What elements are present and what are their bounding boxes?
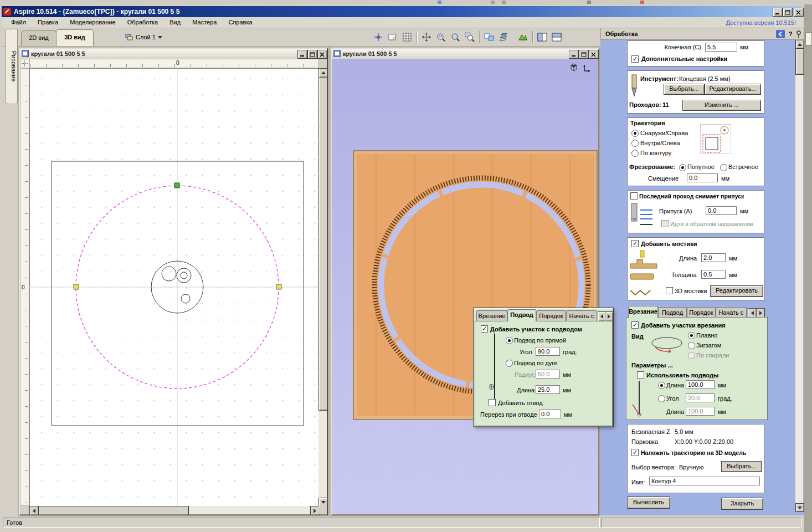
guides-icon[interactable] xyxy=(386,30,400,44)
update-version-link[interactable]: Доступна версия 10.515! xyxy=(726,19,796,26)
ramp-spiral-radio[interactable] xyxy=(688,352,695,359)
scroll-up-button[interactable] xyxy=(795,40,804,49)
window-2d-maximize-button[interactable] xyxy=(307,50,317,59)
scroll-down-button[interactable] xyxy=(795,503,804,512)
use-leads-checkbox[interactable] xyxy=(637,371,644,378)
bridge-thickness-input[interactable] xyxy=(701,270,726,279)
panel-scrollbar[interactable] xyxy=(795,40,803,511)
app-close-button[interactable] xyxy=(794,8,804,17)
trajectory-outside-radio[interactable] xyxy=(631,130,639,137)
menu-gadgets[interactable]: Мастера xyxy=(187,17,222,27)
close-panel-button[interactable]: Закрыть xyxy=(721,498,763,510)
tile-horizontal-icon[interactable] xyxy=(535,30,549,44)
lead-arc-radio[interactable] xyxy=(506,360,513,367)
ramp-add-checkbox[interactable] xyxy=(631,321,639,329)
tab-2d-view[interactable]: 2D вид xyxy=(21,30,56,46)
help-icon[interactable]: ? xyxy=(787,28,794,39)
trajectory-on-radio[interactable] xyxy=(631,150,639,157)
bridges-checkbox[interactable] xyxy=(631,240,639,247)
menu-help[interactable]: Справка xyxy=(223,17,257,27)
menu-modeling[interactable]: Моделирование xyxy=(65,17,120,27)
trajectory-inside-radio[interactable] xyxy=(631,140,639,147)
lastpass-checkbox[interactable] xyxy=(630,192,638,200)
lead-length-radio[interactable] xyxy=(658,382,665,389)
snap-icon[interactable] xyxy=(371,30,386,44)
lead-out-checkbox[interactable] xyxy=(489,399,496,406)
panel-tab-start[interactable]: Начать с xyxy=(716,307,747,318)
panel-tab-lead[interactable]: Подвод xyxy=(658,307,687,318)
layer-combo[interactable]: Слой 1 xyxy=(125,31,176,43)
panel-tab-order[interactable]: Порядок xyxy=(687,307,716,318)
window-2d-titlebar[interactable]: кругали 01 500 5 5 xyxy=(20,49,327,59)
zoom-selection-icon[interactable] xyxy=(462,30,477,44)
tool-select-button[interactable]: Выбрать... xyxy=(664,84,705,95)
window-3d-titlebar[interactable]: кругали 01 500 5 5 xyxy=(332,49,598,59)
milling-climb-radio[interactable] xyxy=(679,164,686,171)
canvas-3d[interactable] xyxy=(332,59,598,514)
zoom-icon[interactable] xyxy=(448,30,462,44)
offset-input[interactable] xyxy=(687,173,718,182)
switch-2d3d-icon[interactable] xyxy=(482,30,496,44)
lead-add-checkbox[interactable] xyxy=(481,325,488,332)
menu-view[interactable]: Вид xyxy=(165,17,186,27)
app-maximize-button[interactable] xyxy=(783,8,793,17)
reverse-direction-checkbox[interactable] xyxy=(661,220,669,227)
ramp-zigzag-radio[interactable] xyxy=(688,342,695,349)
bridge-length-input[interactable] xyxy=(701,253,726,262)
zoom-window-icon[interactable] xyxy=(434,30,448,44)
canvas-2d[interactable] xyxy=(29,68,318,506)
window-3d-minimize-button[interactable] xyxy=(569,50,579,59)
ramp-params-label[interactable]: Параметры ... xyxy=(631,362,673,369)
window-3d-maximize-button[interactable] xyxy=(579,50,589,59)
ramp-smooth-radio[interactable] xyxy=(688,332,695,339)
lead-angle-radio[interactable] xyxy=(658,395,665,402)
panel-tab-ramp[interactable]: Врезание xyxy=(628,306,658,318)
passes-change-button[interactable]: Изменить ... xyxy=(682,100,761,111)
view-cube-icon[interactable] xyxy=(569,62,579,73)
grid-icon[interactable] xyxy=(400,30,414,44)
overcut-input[interactable] xyxy=(539,410,561,418)
window-3d-close-button[interactable] xyxy=(589,50,599,59)
allowance-input[interactable] xyxy=(706,206,737,215)
menu-file[interactable]: Файл xyxy=(6,17,31,27)
window-2d-minimize-button[interactable] xyxy=(297,50,307,59)
tab-3d-view[interactable]: 3D вид xyxy=(56,29,94,46)
dialog-tab-scroll-right[interactable] xyxy=(605,311,613,321)
dialog-tab-start[interactable]: Начать с xyxy=(566,310,597,321)
vector-select-button[interactable]: Выбрать... xyxy=(721,461,762,472)
scrollbar-thumb[interactable] xyxy=(318,77,328,411)
origin-axes-icon[interactable] xyxy=(582,63,592,74)
scroll-up-button[interactable] xyxy=(318,68,328,78)
lead-length2-input[interactable] xyxy=(686,407,715,416)
scrollbar-horizontal[interactable] xyxy=(29,506,318,514)
bridges-3d-checkbox[interactable] xyxy=(666,287,673,294)
dialog-tab-order[interactable]: Порядок xyxy=(536,310,566,321)
dialog-tab-ramp[interactable]: Врезание xyxy=(476,310,507,321)
scroll-left-button[interactable] xyxy=(29,506,39,515)
tile-vertical-icon[interactable] xyxy=(549,30,564,44)
sidebar-tab-drawing[interactable]: Рисование xyxy=(6,29,18,104)
app-minimize-button[interactable] xyxy=(773,8,783,17)
scrollbar-thumb[interactable] xyxy=(795,48,804,75)
pan-icon[interactable] xyxy=(419,30,434,44)
lead-length-input[interactable] xyxy=(536,385,560,394)
advanced-settings-checkbox[interactable] xyxy=(631,55,639,63)
lead-dialog[interactable]: Врезание Подвод Порядок Начать с Добавит… xyxy=(474,308,613,427)
lead-radius-input[interactable] xyxy=(536,370,560,378)
lead-angle-input[interactable] xyxy=(536,347,560,356)
tool-edit-button[interactable]: Редактировать... xyxy=(705,84,761,95)
milling-conventional-radio[interactable] xyxy=(720,164,727,171)
project-on-model-checkbox[interactable] xyxy=(631,449,639,456)
lead-line-radio[interactable] xyxy=(506,337,513,344)
window-2d-close-button[interactable] xyxy=(317,50,327,59)
toolpath-name-input[interactable] xyxy=(649,477,760,485)
view-3d-icon[interactable] xyxy=(516,30,530,44)
scrollbar-thumb[interactable] xyxy=(38,506,189,515)
shading-icon[interactable] xyxy=(496,30,511,44)
bridges-edit-button[interactable]: Редактировать xyxy=(710,285,763,297)
lead-length-input[interactable] xyxy=(686,380,715,389)
scrollbar-vertical[interactable] xyxy=(318,68,327,506)
calculate-button[interactable]: Вычислить xyxy=(627,497,670,509)
menu-edit[interactable]: Правка xyxy=(33,17,63,27)
menu-toolpaths[interactable]: Обработка xyxy=(122,17,163,27)
